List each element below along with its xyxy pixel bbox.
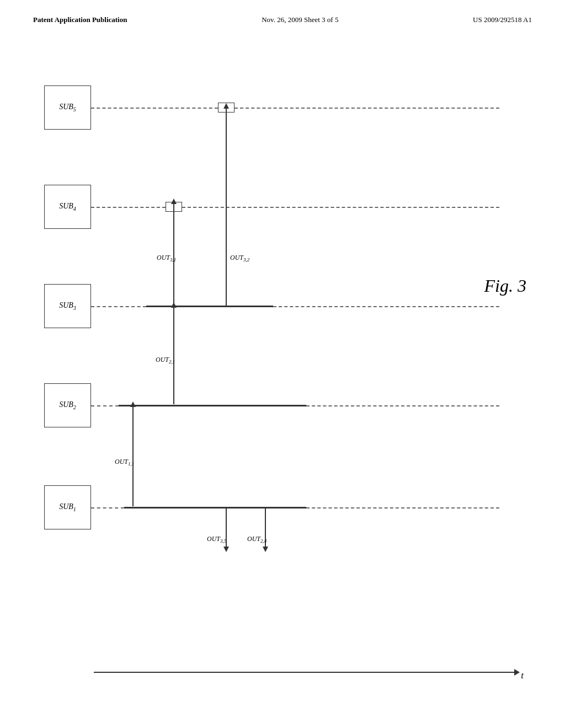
sub1-solid-bar [124,507,306,508]
out35-label: OUT3,5 [207,535,226,544]
out24-subscript: 2,4 [260,538,266,544]
sub1-box: SUB1 [44,485,91,529]
vert-line-sub3-to-sub5 [226,108,227,306]
out31-subscript: 3,1 [170,257,176,263]
sub2-dashed-right [306,405,499,406]
sub4-label: SUB4 [59,202,76,212]
t-label: t [521,670,524,681]
sub3-dashed-left [91,306,146,307]
sub5-label: SUB5 [59,103,76,113]
out24-label: OUT2,4 [247,535,266,544]
out31-label: OUT3,1 [157,254,176,263]
out32-label: OUT3,2 [230,254,249,263]
vert-line-sub1-to-sub2 [132,406,134,506]
out21-subscript: 2,1 [169,359,175,365]
sub4-dashed-left [91,207,166,208]
out21-label: OUT2,1 [156,356,175,365]
timeline-axis [94,672,515,673]
sub3-solid-bar [146,306,273,307]
sub2-dashed-left [91,405,119,406]
page-header: Patent Application Publication Nov. 26, … [0,15,565,24]
out35-subscript: 3,5 [220,538,226,544]
sub3-box: SUB3 [44,284,91,328]
sub2-box: SUB2 [44,383,91,427]
sub2-label: SUB2 [59,400,76,410]
sub1-dashed-right [306,507,499,508]
out11-subscript: 1,1 [128,461,134,467]
sub3-subscript: 3 [73,305,76,311]
header-publication-type: Patent Application Publication [33,15,127,24]
figure-label: Fig. 3 [484,276,526,296]
header-date-sheet: Nov. 26, 2009 Sheet 3 of 5 [262,15,338,24]
sub4-box: SUB4 [44,185,91,229]
sub5-dashed-right [234,108,499,109]
diagram-container: SUB5 SUB4 SUB3 SUB2 SUB1 [33,39,532,695]
sub1-dashed-left [91,507,124,508]
sub1-label: SUB1 [59,502,76,512]
out11-label: OUT1,1 [115,458,134,467]
sub3-label: SUB3 [59,301,76,311]
sub4-subscript: 4 [73,206,76,212]
sub2-subscript: 2 [73,404,76,410]
sub2-solid-bar [119,405,306,406]
header-patent-number: US 2009/292518 A1 [473,15,532,24]
sub1-subscript: 1 [73,506,76,512]
out32-subscript: 3,2 [243,257,249,263]
sub5-subscript: 5 [73,106,76,113]
sub3-dashed-right [273,306,499,307]
sub4-dashed-right [182,207,499,208]
sub5-dashed-left [91,108,218,109]
sub5-box: SUB5 [44,85,91,130]
